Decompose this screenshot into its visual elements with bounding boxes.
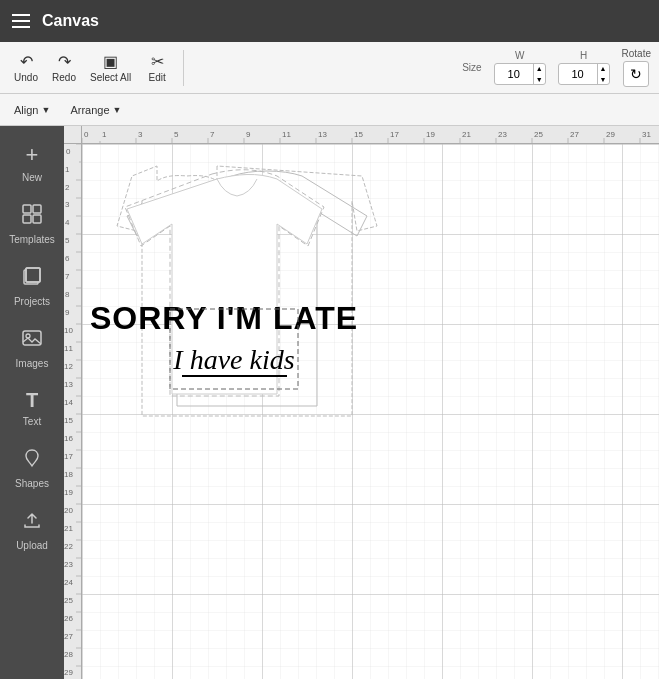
toolbar-divider	[183, 50, 184, 86]
sidebar-item-images-label: Images	[16, 358, 49, 369]
sidebar-item-upload[interactable]: Upload	[4, 501, 60, 559]
svg-text:17: 17	[64, 452, 73, 461]
shapes-icon	[21, 447, 43, 474]
toolbar-group-history: ↶ Undo ↷ Redo ▣ Select All ✂ Edit	[8, 48, 175, 87]
svg-text:23: 23	[498, 130, 507, 139]
projects-icon	[21, 265, 43, 292]
sidebar-item-shapes[interactable]: Shapes	[4, 439, 60, 497]
svg-text:0: 0	[84, 130, 89, 139]
svg-text:0: 0	[66, 147, 71, 156]
sidebar-item-new[interactable]: + New	[4, 134, 60, 191]
svg-text:25: 25	[534, 130, 543, 139]
svg-text:28: 28	[64, 650, 73, 659]
align-chevron-icon: ▼	[41, 105, 50, 115]
menu-icon[interactable]	[12, 14, 30, 28]
svg-rect-5	[26, 268, 40, 282]
svg-text:3: 3	[65, 200, 70, 209]
svg-text:19: 19	[426, 130, 435, 139]
upload-icon	[21, 509, 43, 536]
toolbar-right: Size W ▲ ▼ H ▲ ▼ Rotate	[462, 48, 651, 87]
templates-icon	[21, 203, 43, 230]
arrange-chevron-icon: ▼	[113, 105, 122, 115]
toolbar: ↶ Undo ↷ Redo ▣ Select All ✂ Edit Size W…	[0, 42, 659, 94]
svg-text:31: 31	[642, 130, 651, 139]
select-all-icon: ▣	[103, 52, 118, 71]
svg-rect-0	[23, 205, 31, 213]
sidebar-item-text[interactable]: T Text	[4, 381, 60, 435]
svg-rect-2	[23, 215, 31, 223]
svg-text:27: 27	[64, 632, 73, 641]
arrange-button[interactable]: Arrange ▼	[64, 102, 127, 118]
width-label: W	[515, 50, 524, 61]
rotate-button[interactable]: ↻	[623, 61, 649, 87]
svg-text:16: 16	[64, 434, 73, 443]
svg-text:7: 7	[210, 130, 215, 139]
svg-text:2: 2	[65, 183, 70, 192]
width-up-button[interactable]: ▲	[534, 63, 545, 74]
width-spinners: ▲ ▼	[533, 63, 545, 85]
sidebar-item-templates[interactable]: Templates	[4, 195, 60, 253]
sidebar-item-images[interactable]: Images	[4, 319, 60, 377]
svg-text:29: 29	[64, 668, 73, 677]
svg-text:1: 1	[102, 130, 107, 139]
width-input[interactable]	[495, 68, 533, 80]
rotate-label: Rotate	[622, 48, 651, 59]
edit-button[interactable]: ✂ Edit	[139, 48, 175, 87]
edit-label: Edit	[149, 72, 166, 83]
grid-canvas[interactable]: SORRY I'M LATE I have kids	[82, 144, 659, 679]
redo-label: Redo	[52, 72, 76, 83]
svg-text:20: 20	[64, 506, 73, 515]
sidebar-item-projects[interactable]: Projects	[4, 257, 60, 315]
height-field: H ▲ ▼	[558, 50, 610, 85]
svg-text:8: 8	[65, 290, 70, 299]
svg-text:15: 15	[354, 130, 363, 139]
svg-text:17: 17	[390, 130, 399, 139]
svg-text:26: 26	[64, 614, 73, 623]
svg-text:3: 3	[138, 130, 143, 139]
svg-text:1: 1	[65, 165, 70, 174]
svg-text:21: 21	[462, 130, 471, 139]
height-down-button[interactable]: ▼	[598, 74, 609, 85]
new-icon: +	[26, 142, 39, 168]
ruler-top: 0 1 3 5 7 9 11 13 15 17 19	[82, 126, 659, 144]
svg-text:15: 15	[64, 416, 73, 425]
select-all-button[interactable]: ▣ Select All	[84, 48, 137, 87]
svg-text:4: 4	[65, 218, 70, 227]
svg-text:21: 21	[64, 524, 73, 533]
undo-icon: ↶	[20, 52, 33, 71]
undo-button[interactable]: ↶ Undo	[8, 48, 44, 87]
svg-text:11: 11	[64, 344, 73, 353]
app-title: Canvas	[42, 12, 99, 30]
sidebar: + New Templates Proje	[0, 126, 64, 679]
sidebar-item-projects-label: Projects	[14, 296, 50, 307]
svg-text:24: 24	[64, 578, 73, 587]
width-down-button[interactable]: ▼	[534, 74, 545, 85]
canvas-area[interactable]: 0 1 3 5 7 9 11 13 15 17 19	[64, 126, 659, 679]
top-bar: Canvas	[0, 0, 659, 42]
svg-text:7: 7	[65, 272, 70, 281]
svg-text:19: 19	[64, 488, 73, 497]
svg-text:14: 14	[64, 398, 73, 407]
svg-text:9: 9	[246, 130, 251, 139]
design-svg: SORRY I'M LATE I have kids	[82, 144, 659, 679]
height-up-button[interactable]: ▲	[598, 63, 609, 74]
text-icon: T	[26, 389, 38, 412]
design-text-line2: I have kids	[172, 344, 294, 375]
svg-text:29: 29	[606, 130, 615, 139]
svg-text:9: 9	[65, 308, 70, 317]
size-label: Size	[462, 62, 481, 73]
svg-text:18: 18	[64, 470, 73, 479]
svg-text:13: 13	[318, 130, 327, 139]
svg-text:12: 12	[64, 362, 73, 371]
sidebar-item-new-label: New	[22, 172, 42, 183]
undo-label: Undo	[14, 72, 38, 83]
images-icon	[21, 327, 43, 354]
edit-icon: ✂	[151, 52, 164, 71]
svg-rect-1	[33, 205, 41, 213]
sidebar-item-templates-label: Templates	[9, 234, 55, 245]
height-input[interactable]	[559, 68, 597, 80]
svg-text:6: 6	[65, 254, 70, 263]
redo-button[interactable]: ↷ Redo	[46, 48, 82, 87]
svg-text:25: 25	[64, 596, 73, 605]
align-button[interactable]: Align ▼	[8, 102, 56, 118]
